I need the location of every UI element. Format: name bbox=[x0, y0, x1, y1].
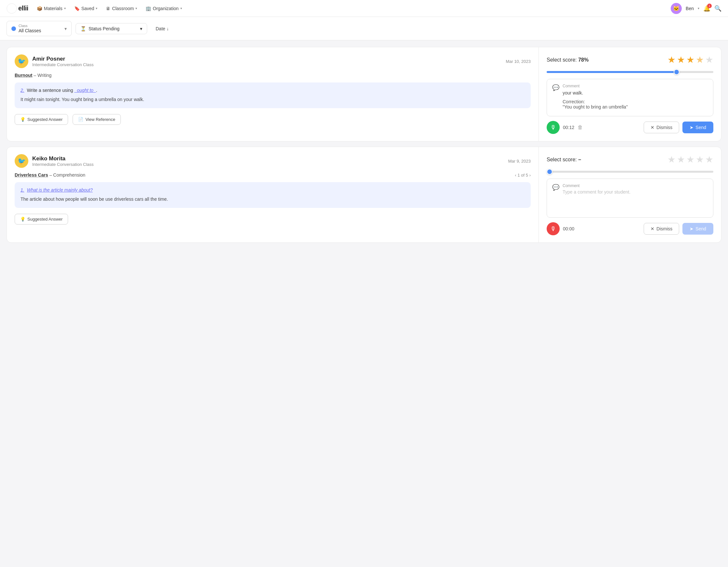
classroom-icon: 🖥 bbox=[106, 6, 110, 11]
class-dot bbox=[11, 26, 16, 31]
record-button-2[interactable]: 🎙 bbox=[547, 222, 560, 235]
comment-label-2: Comment bbox=[563, 183, 631, 188]
logo-text: ellii bbox=[18, 5, 28, 12]
hourglass-icon: ⏳ bbox=[80, 26, 86, 31]
assignment-title-1[interactable]: Burnout bbox=[15, 73, 32, 78]
view-reference-button-1[interactable]: 📄 View Reference bbox=[73, 114, 121, 125]
star-2-3[interactable]: ★ bbox=[686, 154, 694, 165]
stars-1[interactable]: ★ ★ ★ ★ ★ bbox=[667, 54, 713, 65]
record-time-1: 00:12 bbox=[563, 125, 574, 130]
student-class-2: Intermediate Conversation Class bbox=[32, 162, 94, 167]
suggested-answer-button-2[interactable]: 💡 Suggested Answer bbox=[15, 214, 68, 224]
submission-date-1: Mar 10, 2023 bbox=[506, 59, 531, 64]
card-right-2: Select score: – ★ ★ ★ ★ ★ 💬 bbox=[539, 147, 721, 242]
assignment-link-1: Burnout – Writing bbox=[15, 73, 531, 78]
user-name[interactable]: Ben bbox=[686, 6, 694, 11]
date-sort[interactable]: Date ↓ bbox=[151, 23, 173, 34]
student-header-2: 🐦 Keiko Morita Intermediate Conversation… bbox=[15, 154, 531, 168]
student-avatar-1: 🐦 bbox=[15, 54, 28, 68]
saved-icon: 🔖 bbox=[74, 6, 80, 11]
nav-org-label: Organization bbox=[153, 6, 178, 11]
send-label-2: Send bbox=[695, 226, 706, 231]
student-header-1: 🐦 Amir Posner Intermediate Conversation … bbox=[15, 54, 531, 68]
student-info-2: 🐦 Keiko Morita Intermediate Conversation… bbox=[15, 154, 94, 168]
class-filter[interactable]: Class All Classes ▾ bbox=[7, 21, 72, 36]
score-label-1: Select score: 78% bbox=[547, 57, 589, 63]
star-3[interactable]: ★ bbox=[686, 54, 694, 65]
dismiss-label-2: Dismiss bbox=[656, 226, 672, 231]
nav-materials[interactable]: 📦 Materials ▾ bbox=[33, 4, 70, 13]
star-2-4[interactable]: ★ bbox=[696, 154, 704, 165]
nav-classroom-label: Classroom bbox=[112, 6, 134, 11]
action-btns-right-2: ✕ Dismiss ➤ Send bbox=[644, 223, 713, 234]
suggested-answer-label-1: Suggested Answer bbox=[27, 117, 63, 122]
main-content: 🐦 Amir Posner Intermediate Conversation … bbox=[0, 40, 728, 249]
stars-2[interactable]: ★ ★ ★ ★ ★ bbox=[667, 154, 713, 165]
logo[interactable]: 💡 ellii bbox=[7, 3, 28, 14]
user-avatar[interactable]: 🐱 bbox=[671, 3, 682, 14]
x-icon-2: ✕ bbox=[651, 226, 654, 231]
star-2-1[interactable]: ★ bbox=[667, 154, 676, 165]
star-4[interactable]: ★ bbox=[696, 54, 704, 65]
answer-text-2: The article about how people will soon b… bbox=[21, 196, 525, 203]
class-chevron-icon: ▾ bbox=[64, 26, 67, 31]
svg-point-0 bbox=[7, 3, 17, 13]
notification-icon[interactable]: 🔔 1 bbox=[703, 5, 710, 12]
send-button-1[interactable]: ➤ Send bbox=[682, 121, 713, 133]
student-info-1: 🐦 Amir Posner Intermediate Conversation … bbox=[15, 54, 94, 68]
send-icon: ➤ bbox=[690, 125, 693, 130]
student-details-1: Amir Posner Intermediate Conversation Cl… bbox=[32, 56, 94, 67]
status-filter[interactable]: ⏳ Status Pending ▾ bbox=[76, 23, 147, 34]
assignment-title-2[interactable]: Driverless Cars bbox=[15, 172, 48, 177]
nav-classroom[interactable]: 🖥 Classroom ▾ bbox=[102, 4, 141, 13]
card-left-2: 🐦 Keiko Morita Intermediate Conversation… bbox=[7, 147, 539, 242]
slider-1[interactable] bbox=[547, 71, 713, 73]
star-2[interactable]: ★ bbox=[677, 54, 685, 65]
nav-saved-label: Saved bbox=[81, 6, 94, 11]
comment-label-1: Comment bbox=[563, 84, 628, 88]
comment-text-1: your walk. bbox=[563, 90, 628, 96]
question-box-2: 1. What is the article mainly about? The… bbox=[15, 182, 531, 208]
status-value: Pending bbox=[103, 26, 119, 31]
student-name-2: Keiko Morita bbox=[32, 155, 94, 162]
comment-header-2: 💬 Comment Type a comment for your studen… bbox=[552, 183, 708, 194]
send-icon-2: ➤ bbox=[690, 226, 693, 231]
chevron-down-icon: ▾ bbox=[698, 7, 699, 10]
record-button-1[interactable]: 🎙 bbox=[547, 121, 560, 134]
comment-box-1: 💬 Comment your walk. Correction: "You ou… bbox=[547, 79, 713, 116]
slider-2[interactable] bbox=[547, 171, 713, 173]
card-right-1: Select score: 78% ★ ★ ★ ★ ★ 💬 bbox=[539, 47, 721, 141]
correction-text-1: "You ought to bring an umbrella" bbox=[563, 104, 628, 109]
star-5[interactable]: ★ bbox=[705, 54, 713, 65]
trash-icon-1[interactable]: 🗑 bbox=[578, 124, 583, 130]
star-2-2[interactable]: ★ bbox=[677, 154, 685, 165]
star-1[interactable]: ★ bbox=[667, 54, 676, 65]
search-icon[interactable]: 🔍 bbox=[714, 5, 721, 12]
submission-date-2: Mar 9, 2023 bbox=[508, 159, 531, 163]
score-label-2: Select score: – bbox=[547, 157, 581, 163]
score-section-1: Select score: 78% ★ ★ ★ ★ ★ bbox=[547, 54, 713, 65]
nav-organization[interactable]: 🏢 Organization ▾ bbox=[142, 4, 186, 13]
student-details-2: Keiko Morita Intermediate Conversation C… bbox=[32, 155, 94, 167]
suggested-answer-button-1[interactable]: 💡 Suggested Answer bbox=[15, 114, 68, 125]
slider-thumb-1[interactable] bbox=[674, 69, 679, 75]
dismiss-button-2[interactable]: ✕ Dismiss bbox=[644, 223, 679, 234]
dismiss-button-1[interactable]: ✕ Dismiss bbox=[644, 121, 679, 133]
lightbulb-icon-2: 💡 bbox=[20, 217, 25, 221]
nav-indicator-2[interactable]: ‹ 1 of 5 › bbox=[515, 173, 531, 177]
x-icon: ✕ bbox=[651, 125, 654, 130]
slider-thumb-2[interactable] bbox=[547, 169, 553, 175]
comment-box-2[interactable]: 💬 Comment Type a comment for your studen… bbox=[547, 178, 713, 218]
question-text-1: 2. Write a sentence using _ought to_. bbox=[21, 88, 525, 93]
comment-icon-1: 💬 bbox=[552, 84, 559, 91]
slider-track-2 bbox=[547, 171, 713, 173]
comment-placeholder-2: Type a comment for your student. bbox=[563, 189, 631, 194]
lightbulb-icon: 💡 bbox=[20, 117, 25, 122]
assignment-type-1: – Writing bbox=[34, 73, 51, 78]
send-button-2[interactable]: ➤ Send bbox=[682, 223, 713, 234]
nav-materials-label: Materials bbox=[44, 6, 63, 11]
star-2-5[interactable]: ★ bbox=[705, 154, 713, 165]
student-avatar-2: 🐦 bbox=[15, 154, 28, 168]
recording-info-2: 🎙 00:00 bbox=[547, 222, 574, 235]
nav-saved[interactable]: 🔖 Saved ▾ bbox=[70, 4, 102, 13]
